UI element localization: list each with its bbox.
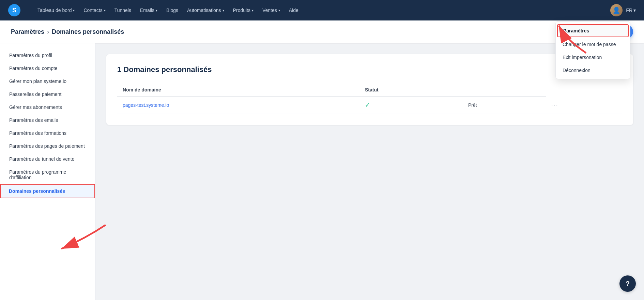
- sidebar-item-0[interactable]: Paramètres du profil: [0, 49, 95, 62]
- navbar-link-emails[interactable]: Emails▾: [137, 5, 161, 15]
- sidebar: Paramètres du profilParamètres du compte…: [0, 43, 95, 300]
- col-actions: [463, 84, 546, 96]
- domain-table: Nom de domaine Statut pages-test.systeme…: [117, 84, 622, 114]
- breadcrumb-separator: ›: [47, 28, 49, 35]
- more-actions-button[interactable]: ···: [551, 101, 558, 108]
- chevron-down-icon: ▾: [252, 9, 254, 12]
- sidebar-item-3[interactable]: Passerelles de paiement: [0, 88, 95, 101]
- chevron-down-icon: ▾: [278, 9, 280, 12]
- dropdown-item-déconnexion[interactable]: Déconnexion: [556, 64, 630, 77]
- content-card: 1 Domaines personnalisés Nom de domaine …: [106, 54, 633, 125]
- navbar-links: Tableau de bord▾Contacts▾TunnelsEmails▾B…: [34, 5, 610, 15]
- navbar-link-produits[interactable]: Produits▾: [230, 5, 257, 15]
- chevron-down-icon: ▾: [156, 9, 157, 12]
- dropdown-item-changer-le-mot-de-passe[interactable]: Changer le mot de passe: [556, 38, 630, 51]
- navbar-link-blogs[interactable]: Blogs: [163, 5, 182, 15]
- content-title: 1 Domaines personnalisés: [117, 65, 622, 74]
- sidebar-item-1[interactable]: Paramètres du compte: [0, 62, 95, 75]
- table-body: pages-test.systeme.io✓Prêt···: [117, 96, 622, 114]
- sidebar-item-6[interactable]: Paramètres des formations: [0, 127, 95, 140]
- sidebar-item-8[interactable]: Paramètres du tunnel de vente: [0, 153, 95, 166]
- navbar: S Tableau de bord▾Contacts▾TunnelsEmails…: [0, 0, 644, 20]
- navbar-right: 👤 FR ▾: [610, 4, 636, 16]
- navbar-link-aide[interactable]: Aide: [286, 5, 302, 15]
- table-row: pages-test.systeme.io✓Prêt···: [117, 96, 622, 114]
- actions-cell: ···: [546, 96, 622, 114]
- navbar-link-automatisations[interactable]: Automatisations▾: [184, 5, 228, 15]
- navbar-link-tableau-de-bord[interactable]: Tableau de bord▾: [34, 5, 78, 15]
- subheader: Paramètres › Domaines personnalisés +: [0, 20, 644, 43]
- domain-link[interactable]: pages-test.systeme.io: [123, 102, 169, 108]
- chevron-down-icon: ▾: [73, 9, 75, 12]
- dropdown-item-paramètres[interactable]: Paramètres: [557, 24, 629, 37]
- chevron-down-icon: ▾: [104, 9, 106, 12]
- status-label-cell: Prêt: [463, 96, 546, 114]
- user-dropdown-menu: ParamètresChanger le mot de passeExit im…: [555, 21, 630, 79]
- main-layout: Paramètres du profilParamètres du compte…: [0, 43, 644, 300]
- status-check-icon: ✓: [365, 102, 370, 109]
- sidebar-item-9[interactable]: Paramètres du programme d'affiliation: [0, 166, 95, 184]
- sidebar-item-4[interactable]: Gérer mes abonnements: [0, 101, 95, 114]
- sidebar-item-10[interactable]: Domaines personnalisés: [0, 184, 95, 198]
- breadcrumb: Paramètres › Domaines personnalisés: [11, 28, 124, 35]
- language-selector[interactable]: FR ▾: [626, 8, 636, 13]
- help-button[interactable]: ?: [619, 275, 636, 292]
- sidebar-item-5[interactable]: Paramètres des emails: [0, 114, 95, 127]
- chevron-down-icon: ▾: [633, 8, 636, 13]
- breadcrumb-root: Paramètres: [11, 28, 44, 35]
- logo[interactable]: S: [8, 4, 20, 16]
- user-avatar[interactable]: 👤: [610, 4, 623, 16]
- navbar-link-ventes[interactable]: Ventes▾: [259, 5, 283, 15]
- navbar-link-tunnels[interactable]: Tunnels: [111, 5, 135, 15]
- col-status: Statut: [359, 84, 463, 96]
- col-domain-name: Nom de domaine: [117, 84, 359, 96]
- chevron-down-icon: ▾: [223, 9, 224, 12]
- table-header: Nom de domaine Statut: [117, 84, 622, 96]
- breadcrumb-current: Domaines personnalisés: [52, 28, 124, 35]
- status-check-cell: ✓: [359, 96, 463, 114]
- dropdown-item-exit-impersonation[interactable]: Exit impersonation: [556, 51, 630, 64]
- sidebar-item-2[interactable]: Gérer mon plan systeme.io: [0, 75, 95, 88]
- navbar-link-contacts[interactable]: Contacts▾: [80, 5, 109, 15]
- content-area: 1 Domaines personnalisés Nom de domaine …: [95, 43, 644, 300]
- sidebar-item-7[interactable]: Paramètres des pages de paiement: [0, 140, 95, 153]
- avatar-image: 👤: [610, 4, 623, 16]
